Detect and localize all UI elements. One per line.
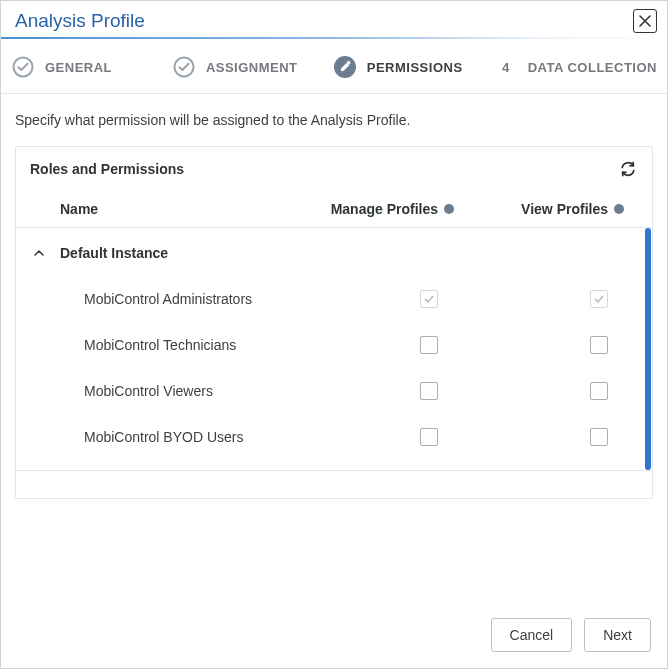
step-number: 4 (494, 55, 518, 79)
table-row: MobiControl Technicians (16, 322, 652, 368)
checkbox-manage[interactable] (420, 382, 438, 400)
group-name: Default Instance (60, 245, 168, 261)
pencil-circle-icon (333, 55, 357, 79)
row-name: MobiControl BYOD Users (30, 429, 298, 445)
dialog-footer: Cancel Next (1, 602, 667, 668)
table-row: MobiControl Viewers (16, 368, 652, 414)
row-name: MobiControl Technicians (30, 337, 298, 353)
checkbox-manage[interactable] (420, 336, 438, 354)
check-icon (593, 293, 605, 305)
roles-permissions-panel: Roles and Permissions Name Manage Profil… (15, 146, 653, 499)
dot-icon (444, 204, 454, 214)
row-name: MobiControl Viewers (30, 383, 298, 399)
check-circle-icon (172, 55, 196, 79)
wizard-stepper: GENERAL ASSIGNMENT PERMISSIONS 4 DATA CO… (1, 39, 667, 94)
col-header-view-label: View Profiles (521, 201, 608, 217)
close-icon (638, 14, 652, 28)
row-name: MobiControl Administrators (30, 291, 298, 307)
dialog-analysis-profile: Analysis Profile GENERAL ASSIGNMENT (0, 0, 668, 669)
grid-header: Name Manage Profiles View Profiles (16, 191, 652, 228)
step-permissions-label: PERMISSIONS (367, 60, 463, 75)
table-row: MobiControl Administrators (16, 276, 652, 322)
table-row: MobiControl BYOD Users (16, 414, 652, 460)
instruction-text: Specify what permission will be assigned… (15, 112, 653, 128)
col-header-manage-label: Manage Profiles (331, 201, 438, 217)
step-permissions[interactable]: PERMISSIONS (333, 55, 494, 79)
dialog-title: Analysis Profile (15, 10, 145, 32)
step-assignment-label: ASSIGNMENT (206, 60, 298, 75)
step-data-collection-label: DATA COLLECTION (528, 60, 657, 75)
panel-header: Roles and Permissions (16, 147, 652, 191)
col-header-view[interactable]: View Profiles (468, 201, 638, 217)
grid-body: Default Instance MobiControl Administrat… (16, 228, 652, 470)
checkbox-view[interactable] (590, 428, 608, 446)
next-button[interactable]: Next (584, 618, 651, 652)
check-icon (423, 293, 435, 305)
step-assignment[interactable]: ASSIGNMENT (172, 55, 333, 79)
col-header-name: Name (30, 201, 298, 217)
panel-title: Roles and Permissions (30, 161, 184, 177)
checkbox-manage[interactable] (420, 428, 438, 446)
step-data-collection[interactable]: 4 DATA COLLECTION (494, 55, 657, 79)
checkbox-view[interactable] (590, 336, 608, 354)
checkbox-view[interactable] (590, 382, 608, 400)
col-header-manage[interactable]: Manage Profiles (298, 201, 468, 217)
scrollbar[interactable] (645, 228, 651, 470)
checkbox-view (590, 290, 608, 308)
dot-icon (614, 204, 624, 214)
cancel-button[interactable]: Cancel (491, 618, 573, 652)
step-general[interactable]: GENERAL (11, 55, 172, 79)
dialog-title-row: Analysis Profile (1, 1, 667, 37)
step-general-label: GENERAL (45, 60, 112, 75)
dialog-body: Specify what permission will be assigned… (1, 94, 667, 602)
group-row[interactable]: Default Instance (16, 228, 652, 276)
refresh-button[interactable] (618, 159, 638, 179)
check-circle-icon (11, 55, 35, 79)
refresh-icon (622, 162, 634, 175)
checkbox-manage (420, 290, 438, 308)
chevron-up-icon[interactable] (30, 244, 48, 262)
close-button[interactable] (633, 9, 657, 33)
panel-footer-strip (16, 470, 652, 498)
